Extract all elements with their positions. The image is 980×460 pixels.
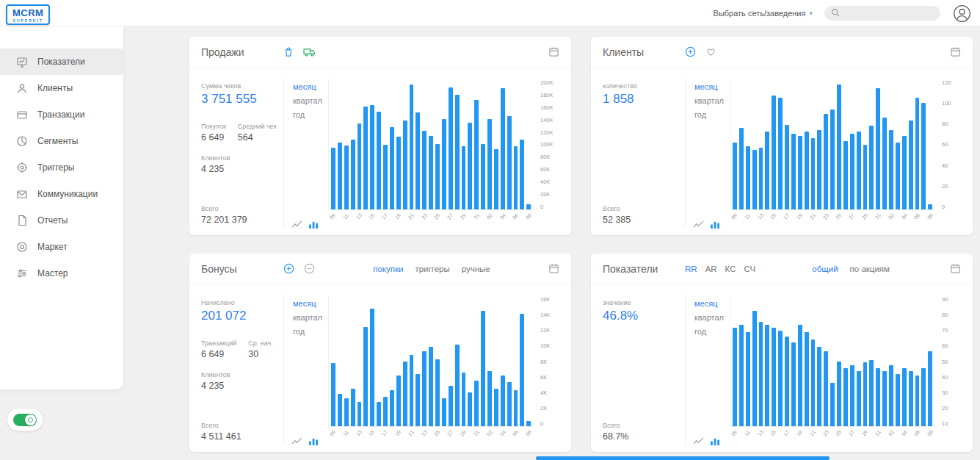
bar-clients-17[interactable] [785, 125, 789, 209]
bar-indicators-07[interactable] [921, 368, 926, 426]
bar-sales-22[interactable] [415, 112, 420, 209]
bar-clients-10[interactable] [739, 128, 744, 209]
bar-indicators-22[interactable] [817, 347, 821, 426]
sidebar-item-market[interactable]: Маркет [0, 234, 123, 260]
bar-bonuses-14[interactable] [363, 327, 368, 426]
bar-indicators-14[interactable] [765, 325, 769, 426]
bar-sales-10[interactable] [338, 143, 342, 209]
bar-sales-28[interactable] [455, 95, 460, 209]
plus-circle-icon[interactable] [685, 46, 696, 57]
bar-clients-01[interactable] [882, 118, 887, 209]
bar-indicators-09[interactable] [733, 328, 737, 426]
line-chart-icon[interactable] [291, 220, 302, 229]
line-chart-icon[interactable] [693, 220, 704, 229]
bar-indicators-08[interactable] [928, 351, 932, 426]
bar-bonuses-27[interactable] [449, 386, 453, 426]
period-tab-год[interactable]: год [293, 327, 325, 336]
bar-clients-21[interactable] [811, 138, 816, 209]
bar-bonuses-01[interactable] [481, 311, 485, 426]
bar-clients-11[interactable] [746, 146, 750, 209]
bar-bonuses-17[interactable] [383, 397, 388, 426]
bar-sales-26[interactable] [442, 119, 446, 209]
calendar-icon[interactable] [950, 263, 961, 274]
bar-bonuses-31[interactable] [474, 381, 479, 426]
bar-indicators-30[interactable] [869, 360, 874, 426]
horizontal-scrollbar-thumb[interactable] [536, 456, 830, 460]
bar-bonuses-07[interactable] [520, 314, 524, 426]
bar-sales-05[interactable] [507, 116, 512, 209]
bar-sales-08[interactable] [526, 204, 531, 209]
bar-bonuses-21[interactable] [410, 355, 414, 426]
bar-bonuses-26[interactable] [442, 398, 446, 426]
bar-indicators-18[interactable] [791, 342, 796, 426]
bar-bonuses-19[interactable] [396, 375, 401, 426]
bar-clients-27[interactable] [850, 134, 854, 209]
bar-sales-11[interactable] [344, 145, 349, 209]
bag-icon[interactable] [283, 46, 294, 57]
bar-clients-04[interactable] [902, 136, 907, 209]
bar-sales-19[interactable] [396, 137, 401, 209]
bar-sales-04[interactable] [501, 88, 505, 209]
bar-sales-15[interactable] [370, 105, 374, 209]
bar-indicators-25[interactable] [837, 362, 841, 427]
bar-indicators-26[interactable] [843, 368, 848, 426]
bar-indicators-20[interactable] [805, 332, 809, 426]
heart-icon[interactable] [705, 46, 716, 57]
sidebar-item-metrics[interactable]: Показатели [0, 48, 123, 75]
bar-chart-icon[interactable] [711, 220, 720, 229]
bar-sales-27[interactable] [449, 87, 453, 209]
bar-indicators-06[interactable] [915, 375, 920, 426]
bar-bonuses-30[interactable] [468, 392, 472, 426]
bar-indicators-16[interactable] [778, 331, 783, 426]
bar-clients-30[interactable] [869, 126, 874, 209]
bar-clients-20[interactable] [805, 132, 809, 209]
bar-indicators-03[interactable] [896, 374, 900, 426]
calendar-icon[interactable] [950, 46, 961, 57]
bar-bonuses-29[interactable] [462, 373, 466, 426]
bar-clients-05[interactable] [909, 121, 913, 209]
bar-bonuses-23[interactable] [422, 351, 427, 426]
period-tab-квартал[interactable]: квартал [293, 96, 325, 105]
period-tab-месяц[interactable]: месяц [694, 82, 727, 91]
sidebar-item-clients[interactable]: Клиенты [0, 75, 123, 101]
period-tab-год[interactable]: год [293, 110, 325, 119]
bar-sales-24[interactable] [429, 136, 433, 209]
tab-ручные[interactable]: ручные [462, 265, 490, 273]
bar-bonuses-18[interactable] [390, 390, 394, 426]
bar-sales-03[interactable] [494, 149, 498, 209]
bar-indicators-21[interactable] [811, 339, 816, 426]
tab-ar[interactable]: AR [705, 265, 717, 273]
bar-clients-03[interactable] [896, 143, 900, 209]
bar-bonuses-04[interactable] [501, 375, 505, 426]
bar-indicators-23[interactable] [824, 351, 828, 426]
bar-clients-23[interactable] [824, 114, 828, 209]
bar-clients-16[interactable] [778, 98, 783, 209]
bar-indicators-24[interactable] [830, 383, 835, 426]
period-tab-квартал[interactable]: квартал [293, 313, 325, 322]
bar-indicators-12[interactable] [752, 311, 757, 426]
bar-bonuses-09[interactable] [331, 363, 335, 426]
bar-sales-06[interactable] [514, 146, 518, 209]
bar-sales-16[interactable] [377, 112, 381, 209]
bar-clients-07[interactable] [921, 103, 926, 209]
delivery-truck-icon[interactable] [303, 47, 316, 57]
bar-sales-14[interactable] [363, 107, 368, 209]
bar-bonuses-08[interactable] [526, 421, 531, 426]
bar-indicators-11[interactable] [746, 332, 750, 426]
bar-clients-29[interactable] [863, 145, 868, 210]
minus-circle-icon[interactable] [304, 263, 315, 274]
bar-bonuses-25[interactable] [435, 359, 440, 426]
bar-bonuses-05[interactable] [507, 382, 512, 426]
bar-clients-22[interactable] [817, 130, 821, 209]
bar-bonuses-20[interactable] [403, 362, 407, 427]
bar-bonuses-10[interactable] [338, 394, 342, 426]
bar-indicators-27[interactable] [850, 365, 854, 426]
bar-sales-29[interactable] [462, 146, 466, 209]
bar-sales-21[interactable] [410, 85, 414, 209]
bar-indicators-02[interactable] [889, 365, 893, 426]
profile-icon[interactable] [952, 4, 971, 23]
calendar-icon[interactable] [548, 263, 559, 274]
tab-кс[interactable]: КС [725, 265, 736, 273]
bar-indicators-04[interactable] [902, 368, 907, 426]
period-tab-месяц[interactable]: месяц [293, 299, 325, 308]
